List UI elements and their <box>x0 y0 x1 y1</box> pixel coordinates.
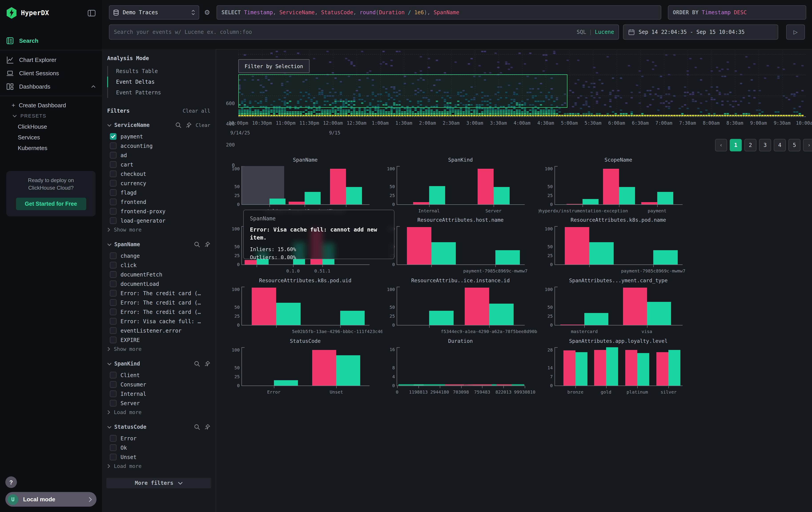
page-button-2[interactable]: 2 <box>745 139 756 152</box>
checkbox[interactable] <box>110 280 117 287</box>
chevron-down-icon[interactable] <box>107 425 112 429</box>
filter-group-title[interactable]: StatusCode <box>114 424 190 430</box>
chevron-down-icon[interactable] <box>107 243 112 246</box>
bar-inliers[interactable] <box>304 192 320 204</box>
filter-option[interactable]: Internal <box>102 389 216 399</box>
show-more-button[interactable]: Show more <box>102 345 216 353</box>
checkbox[interactable] <box>110 142 117 149</box>
sidebar-item-clickhouse[interactable]: ClickHouse <box>0 121 102 132</box>
page-next-button[interactable]: › <box>803 139 812 152</box>
bar-outliers[interactable] <box>623 287 647 325</box>
checkbox[interactable] <box>110 390 117 397</box>
sidebar-item-chart-explorer[interactable]: Chart Explorer <box>0 54 102 65</box>
mini-chart-scopename[interactable]: ScopeName02550100@hyperdx/instrumentatio… <box>539 157 695 215</box>
checkbox[interactable] <box>110 133 117 140</box>
bar-outliers[interactable] <box>330 168 346 204</box>
pin-icon[interactable] <box>204 424 210 430</box>
heatmap-selection-box[interactable] <box>238 74 568 108</box>
bar-inliers[interactable] <box>669 350 680 385</box>
bar-inliers[interactable] <box>584 313 608 325</box>
clear-filter-button[interactable]: Clear <box>196 122 210 128</box>
presets-toggle[interactable]: PRESETS <box>0 110 102 121</box>
checkbox[interactable] <box>110 252 117 259</box>
mini-chart-resourceattributes-k8s-pod-uid[interactable]: ResourceAttributes.k8s.pod.uid025501005e… <box>226 277 382 336</box>
checkbox[interactable] <box>110 299 117 306</box>
bar-inliers[interactable] <box>647 302 671 325</box>
filter-option[interactable]: Ok <box>102 443 216 452</box>
checkbox[interactable] <box>110 152 117 159</box>
filter-option[interactable]: click <box>102 261 216 270</box>
checkbox[interactable] <box>110 217 117 224</box>
search-input[interactable]: Search your events w/ Lucene ex. column:… <box>109 25 619 39</box>
local-mode-button[interactable]: U Local mode <box>5 492 96 507</box>
filter-option[interactable]: accounting <box>102 141 216 151</box>
bar-outliers[interactable] <box>560 325 584 325</box>
checkbox[interactable] <box>110 262 117 268</box>
filter-option[interactable]: EXPIRE <box>102 335 216 345</box>
filter-option[interactable]: Error: The credit card (… <box>102 298 216 307</box>
filter-option[interactable]: Error: The credit card (… <box>102 307 216 317</box>
bar-outliers[interactable] <box>407 227 432 265</box>
mini-chart-spanattributes-yment-card-type[interactable]: SpanAttributes...yment.card_type02550100… <box>539 277 695 336</box>
bar-inliers[interactable] <box>337 355 360 385</box>
checkbox[interactable] <box>110 208 117 215</box>
analysis-mode-results-table[interactable]: Results Table <box>107 66 216 77</box>
filter-option[interactable]: Error: The credit card (… <box>102 289 216 298</box>
checkbox[interactable] <box>110 372 117 378</box>
bar-inliers[interactable] <box>619 187 635 204</box>
mini-chart-spanname[interactable]: SpanName02550100oteldemo.PaymentService/… <box>226 157 382 215</box>
mini-chart-resourceattribu-ice-instance-id[interactable]: ResourceAttribu..ice.instance.id02550100… <box>381 277 538 336</box>
checkbox[interactable] <box>110 327 117 334</box>
time-range-picker[interactable]: Sep 14 22:04:35 - Sep 15 10:04:35 <box>623 25 778 39</box>
filter-option[interactable]: frontend-proxy <box>102 207 216 216</box>
filter-option[interactable]: documentFetch <box>102 270 216 279</box>
filter-option[interactable]: currency <box>102 179 216 188</box>
bar-inliers[interactable] <box>606 347 618 385</box>
filter-group-title[interactable]: SpanName <box>114 241 190 247</box>
analysis-mode-event-deltas[interactable]: Event Deltas <box>107 77 216 87</box>
checkbox[interactable] <box>110 161 117 168</box>
sidebar-item-services[interactable]: Services <box>0 132 102 142</box>
filter-by-selection-button[interactable]: Filter by Selection <box>238 59 309 73</box>
bar-inliers[interactable] <box>493 187 510 204</box>
checkbox[interactable] <box>110 435 117 442</box>
filter-option[interactable]: documentLoad <box>102 279 216 289</box>
more-filters-button[interactable]: More filters <box>106 478 211 488</box>
filter-option[interactable]: frontend <box>102 197 216 207</box>
filter-option[interactable]: Consumer <box>102 380 216 389</box>
mini-chart-spanattributes-app-loyalty-level[interactable]: SpanAttributes.app.loyalty.level071428br… <box>539 338 695 397</box>
pin-icon[interactable] <box>204 360 210 367</box>
filter-option[interactable]: eventListener.error <box>102 326 216 335</box>
show-more-button[interactable]: Load more <box>102 462 216 470</box>
order-by-input[interactable]: ORDER BY Timestamp DESC <box>668 5 806 20</box>
filter-option[interactable]: Error: Visa cache full: … <box>102 317 216 326</box>
bar-outliers[interactable] <box>565 227 589 265</box>
mini-chart-duration[interactable]: Duration04816011988132944180703098759483… <box>381 338 538 397</box>
checkbox[interactable] <box>110 444 117 451</box>
bar-outliers[interactable] <box>641 202 657 204</box>
bar-inliers[interactable] <box>637 353 649 385</box>
show-more-button[interactable]: Show more <box>102 225 216 234</box>
bar-outliers[interactable] <box>477 168 493 204</box>
create-dashboard-button[interactable]: +Create Dashboard <box>0 100 102 110</box>
bar-outliers[interactable] <box>252 287 277 325</box>
page-button-5[interactable]: 5 <box>788 139 801 152</box>
search-icon[interactable] <box>194 360 200 367</box>
filter-option[interactable]: Client <box>102 371 216 380</box>
bar-outliers[interactable] <box>563 350 575 385</box>
checkbox[interactable] <box>110 271 117 278</box>
bar-outliers[interactable] <box>603 168 619 204</box>
help-button[interactable]: ? <box>5 476 17 488</box>
page-button-1[interactable]: 1 <box>730 139 742 152</box>
bar-outliers[interactable] <box>625 350 637 385</box>
bar-inliers[interactable] <box>582 199 598 204</box>
page-button-3[interactable]: 3 <box>759 139 771 152</box>
filter-option[interactable]: Error <box>102 434 216 443</box>
bar-inliers[interactable] <box>340 311 365 325</box>
checkbox[interactable] <box>110 336 117 343</box>
page-prev-button[interactable]: ‹ <box>715 139 727 152</box>
mode-lucene[interactable]: Lucene <box>595 29 614 35</box>
mode-sql[interactable]: SQL <box>577 29 586 35</box>
pin-icon[interactable] <box>204 241 210 247</box>
bar-outliers[interactable] <box>288 202 304 204</box>
